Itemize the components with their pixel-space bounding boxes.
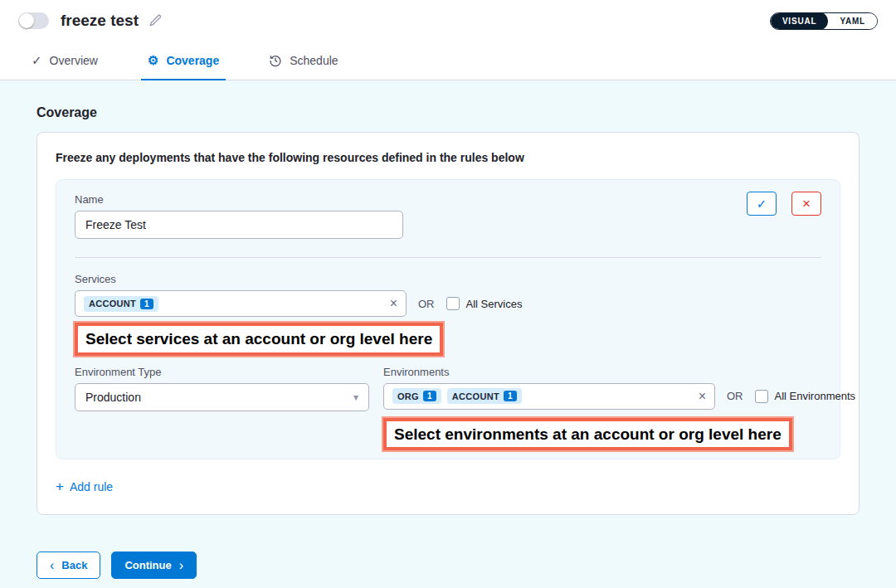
toggle-knob bbox=[19, 13, 34, 28]
rule-actions: ✓ × bbox=[747, 192, 821, 216]
environment-chip-org-label: ORG bbox=[397, 391, 419, 401]
services-label: Services bbox=[75, 273, 821, 285]
environments-input[interactable]: ORG 1 ACCOUNT 1 × bbox=[383, 383, 715, 410]
environment-chip-account[interactable]: ACCOUNT 1 bbox=[447, 388, 522, 404]
yaml-mode-button[interactable]: YAML bbox=[828, 12, 877, 30]
tab-bar: ✓ Overview ⚙ Coverage Schedule bbox=[0, 41, 896, 80]
environment-type-value: Production bbox=[85, 391, 141, 404]
rule-name-input[interactable] bbox=[75, 211, 403, 239]
confirm-rule-button[interactable]: ✓ bbox=[747, 192, 777, 216]
continue-button-label: Continue bbox=[124, 559, 171, 571]
back-button-label: Back bbox=[61, 559, 87, 571]
visual-mode-button[interactable]: VISUAL bbox=[771, 12, 828, 30]
freeze-enabled-toggle[interactable] bbox=[18, 12, 49, 29]
all-environments-label: All Environments bbox=[775, 390, 856, 402]
or-label: OR bbox=[418, 298, 435, 310]
tab-coverage[interactable]: ⚙ Coverage bbox=[141, 41, 226, 80]
tab-overview-label: Overview bbox=[50, 54, 98, 67]
footer-actions: ‹ Back Continue › bbox=[37, 552, 896, 579]
service-chip-count-badge: 1 bbox=[140, 299, 153, 309]
environment-chip-account-label: ACCOUNT bbox=[452, 391, 499, 401]
schedule-icon bbox=[269, 54, 282, 67]
all-services-checkbox[interactable] bbox=[446, 297, 460, 310]
environments-clear-icon[interactable]: × bbox=[699, 390, 706, 403]
services-row: ACCOUNT 1 × OR All Services bbox=[75, 290, 821, 317]
services-input[interactable]: ACCOUNT 1 × bbox=[75, 290, 407, 317]
chevron-right-icon: › bbox=[179, 559, 183, 572]
environments-input-row: ORG 1 ACCOUNT 1 × OR All Environments bbox=[383, 383, 855, 410]
services-annotation-callout: Select services at an account or org lev… bbox=[75, 323, 443, 356]
chevron-left-icon: ‹ bbox=[50, 559, 54, 572]
service-chip-account[interactable]: ACCOUNT 1 bbox=[84, 296, 158, 312]
divider bbox=[75, 257, 821, 258]
environments-label: Environments bbox=[383, 366, 855, 378]
back-button[interactable]: ‹ Back bbox=[37, 552, 100, 579]
all-environments-checkbox[interactable] bbox=[755, 390, 768, 403]
name-label: Name bbox=[75, 193, 821, 206]
environment-type-label: Environment Type bbox=[75, 366, 369, 378]
chevron-down-icon: ▾ bbox=[353, 392, 358, 402]
environments-column: Environments ORG 1 ACCOUNT 1 × bbox=[383, 366, 855, 451]
environment-chip-org-count-badge: 1 bbox=[423, 391, 436, 401]
service-chip-label: ACCOUNT bbox=[89, 299, 136, 309]
cancel-rule-button[interactable]: × bbox=[791, 192, 821, 216]
tab-schedule[interactable]: Schedule bbox=[262, 41, 344, 80]
gear-icon: ⚙ bbox=[148, 54, 158, 66]
add-rule-button[interactable]: + Add rule bbox=[56, 479, 113, 493]
tab-overview[interactable]: ✓ Overview bbox=[25, 41, 105, 80]
card-instruction: Freeze any deployments that have the fol… bbox=[56, 151, 840, 164]
or-label: OR bbox=[727, 390, 743, 402]
edit-title-icon[interactable] bbox=[149, 14, 162, 27]
add-rule-label: Add rule bbox=[70, 480, 113, 493]
environment-row: Environment Type Production ▾ Environmen… bbox=[75, 366, 821, 451]
services-clear-icon[interactable]: × bbox=[390, 297, 397, 310]
main-content: Coverage Freeze any deployments that hav… bbox=[0, 80, 896, 515]
environments-annotation-callout: Select environments at an account or org… bbox=[383, 418, 792, 451]
continue-button[interactable]: Continue › bbox=[111, 552, 197, 579]
page-header: freeze test VISUAL YAML bbox=[0, 0, 896, 41]
section-title: Coverage bbox=[37, 105, 859, 120]
all-services-label: All Services bbox=[466, 298, 523, 310]
page-title: freeze test bbox=[61, 12, 139, 30]
tab-coverage-label: Coverage bbox=[166, 54, 219, 67]
environment-type-select[interactable]: Production ▾ bbox=[75, 383, 369, 411]
visual-yaml-toggle[interactable]: VISUAL YAML bbox=[770, 12, 878, 30]
rule-editor-panel: ✓ × Name Services ACCOUNT 1 × OR All Ser… bbox=[56, 179, 840, 459]
check-icon: ✓ bbox=[32, 54, 42, 66]
environment-chip-org[interactable]: ORG 1 bbox=[392, 388, 441, 404]
environment-chip-account-count-badge: 1 bbox=[504, 391, 517, 401]
tab-schedule-label: Schedule bbox=[290, 54, 338, 67]
coverage-card: Freeze any deployments that have the fol… bbox=[37, 132, 859, 515]
plus-icon: + bbox=[56, 479, 64, 493]
environment-type-column: Environment Type Production ▾ bbox=[75, 366, 369, 451]
